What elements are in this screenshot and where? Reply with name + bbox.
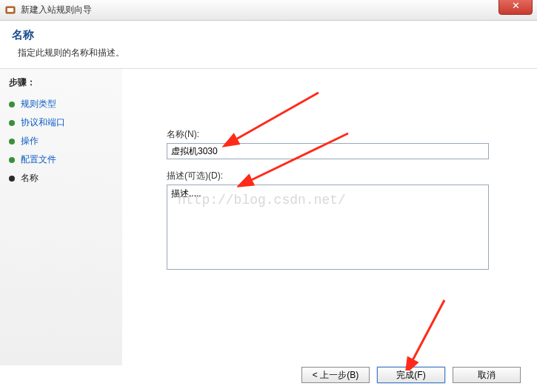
bullet-icon <box>9 120 15 126</box>
steps-sidebar: 步骤： 规则类型 协议和端口 操作 配置文件 名称 <box>0 69 122 365</box>
step-name[interactable]: 名称 <box>9 172 113 185</box>
step-label: 规则类型 <box>21 98 56 110</box>
cancel-button[interactable]: 取消 <box>453 367 521 383</box>
step-label: 操作 <box>21 135 39 147</box>
page-title: 名称 <box>12 28 525 42</box>
steps-heading: 步骤： <box>9 76 113 89</box>
step-protocol-port[interactable]: 协议和端口 <box>9 116 113 129</box>
bullet-icon <box>9 139 15 144</box>
finish-button[interactable]: 完成(F) <box>377 367 445 383</box>
description-input[interactable] <box>167 185 489 270</box>
step-label: 配置文件 <box>21 153 56 166</box>
step-label: 名称 <box>21 172 39 185</box>
step-rule-type[interactable]: 规则类型 <box>9 98 113 110</box>
bullet-icon <box>9 176 15 182</box>
app-icon <box>4 4 16 16</box>
window-title: 新建入站规则向导 <box>21 4 92 16</box>
footer-buttons: < 上一步(B) 完成(F) 取消 <box>301 367 521 383</box>
step-profile[interactable]: 配置文件 <box>9 153 113 166</box>
bullet-icon <box>9 157 15 163</box>
description-label: 描述(可选)(D): <box>167 170 507 182</box>
step-action[interactable]: 操作 <box>9 135 113 147</box>
name-input[interactable] <box>167 143 489 159</box>
wizard-header: 名称 指定此规则的名称和描述。 <box>0 21 537 69</box>
step-label: 协议和端口 <box>21 116 65 129</box>
bullet-icon <box>9 102 15 107</box>
back-button[interactable]: < 上一步(B) <box>301 367 370 383</box>
name-label: 名称(N): <box>167 128 507 141</box>
titlebar: 新建入站规则向导 ✕ <box>0 0 537 21</box>
svg-rect-1 <box>7 8 13 12</box>
page-subtitle: 指定此规则的名称和描述。 <box>18 47 525 59</box>
close-button[interactable]: ✕ <box>498 0 533 15</box>
main-panel: 名称(N): 描述(可选)(D): <box>122 69 537 365</box>
